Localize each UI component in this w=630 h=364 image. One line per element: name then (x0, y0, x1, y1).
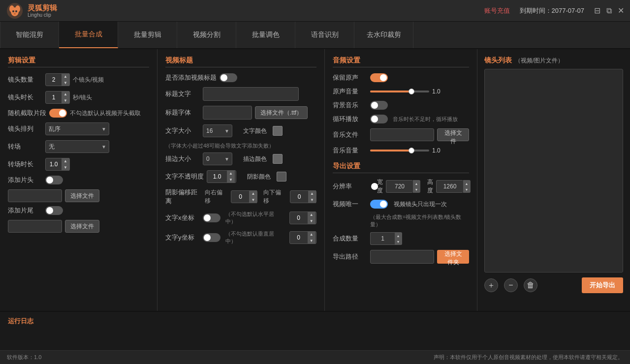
y-pos-down[interactable]: ▼ (308, 238, 315, 244)
x-pos-field[interactable] (290, 214, 308, 221)
opacity-input[interactable]: ▲ ▼ (207, 170, 236, 183)
maximize-button[interactable]: ⧉ (606, 7, 612, 15)
app-name: 灵狐剪辑 Linghu clip (28, 3, 57, 18)
tab-voice-recognition[interactable]: 语音识别 (295, 22, 354, 48)
original-volume-slider[interactable] (370, 91, 429, 92)
bg-music-row: 背景音乐 (333, 101, 469, 110)
unique-video-hint: 视频镜头只出现一次 (394, 200, 447, 209)
border-color-picker[interactable] (273, 154, 283, 164)
synthesis-down[interactable]: ▼ (395, 239, 402, 244)
width-down[interactable]: ▼ (413, 186, 420, 192)
tab-batch-color[interactable]: 批量调色 (236, 22, 295, 48)
transition-duration-label: 转场时长 (8, 160, 42, 169)
outro-select-file-btn[interactable]: 选择文件 (65, 220, 99, 233)
shot-count-field[interactable] (46, 76, 62, 83)
tab-batch-edit[interactable]: 批量剪辑 (118, 22, 177, 48)
shot-duration-up[interactable]: ▲ (62, 91, 69, 97)
opacity-down[interactable]: ▼ (227, 177, 235, 183)
y-pos-toggle[interactable] (203, 233, 220, 242)
bg-music-label: 背景音乐 (333, 101, 367, 110)
outro-file-row: 选择文件 (8, 220, 149, 233)
x-pos-up[interactable]: ▲ (308, 212, 315, 218)
delete-shot-btn[interactable]: 🗑 (524, 278, 537, 292)
remove-shot-btn[interactable]: − (504, 278, 518, 292)
intro-file-input[interactable] (8, 189, 62, 202)
y-pos-up[interactable]: ▲ (308, 231, 315, 238)
shot-duration-field[interactable] (46, 94, 62, 101)
close-button[interactable]: ✕ (618, 7, 624, 15)
add-title-toggle[interactable] (220, 73, 237, 82)
svg-point-5 (15, 10, 17, 12)
shadow-color-picker[interactable] (277, 172, 286, 182)
shot-count-input[interactable]: ▲ ▼ (45, 73, 70, 86)
height-down[interactable]: ▼ (463, 186, 470, 192)
transition-duration-field[interactable] (46, 161, 62, 168)
tab-watermark-crop[interactable]: 去水印裁剪 (354, 22, 413, 48)
tab-batch-compose[interactable]: 批量合成 (59, 22, 118, 48)
title-font-row: 标题字体 选择文件（.ttf） (165, 106, 316, 120)
loop-toggle[interactable] (370, 115, 388, 123)
title-font-input[interactable] (203, 106, 252, 120)
shot-duration-down[interactable]: ▼ (62, 97, 69, 104)
account-link[interactable]: 账号充值 (484, 6, 510, 15)
font-size-select[interactable]: 16 12 20 24 32 48 (203, 124, 232, 137)
shot-order-select[interactable]: 乱序 顺序 (45, 122, 109, 135)
font-color-picker[interactable] (273, 126, 283, 136)
tab-video-split[interactable]: 视频分割 (177, 22, 236, 48)
shadow-down-input[interactable]: ▲ ▼ (290, 190, 316, 203)
unique-video-toggle[interactable] (370, 200, 388, 209)
shot-duration-input[interactable]: ▲ ▼ (45, 91, 70, 104)
y-pos-input[interactable]: ▲ ▼ (289, 231, 316, 244)
outro-file-input[interactable] (8, 220, 62, 233)
start-export-btn[interactable]: 开始导出 (582, 277, 623, 293)
transition-select[interactable]: 无 淡入淡出 (45, 140, 109, 153)
shot-count-down[interactable]: ▼ (62, 80, 69, 86)
shot-count-up[interactable]: ▲ (62, 73, 69, 80)
status-notice: 声明：本软件仅用于个人原创音视频素材的处理，使用本软件请遵守相关规定。 (434, 354, 623, 361)
x-pos-arrows: ▲ ▼ (308, 212, 315, 224)
shadow-down-up[interactable]: ▲ (308, 190, 316, 197)
add-intro-toggle[interactable] (45, 176, 63, 184)
transition-duration-down[interactable]: ▼ (62, 164, 69, 171)
shot-order-row: 镜头排列 乱序 顺序 ▼ (8, 122, 149, 135)
shadow-down-field[interactable] (290, 193, 308, 200)
height-input[interactable] (436, 180, 463, 193)
bg-music-toggle[interactable] (370, 101, 388, 110)
shadow-right-down[interactable]: ▼ (249, 197, 257, 203)
x-pos-toggle[interactable] (203, 213, 220, 222)
music-volume-slider[interactable] (370, 150, 429, 152)
minimize-button[interactable]: ⊟ (594, 7, 600, 15)
select-music-btn[interactable]: 选择文件 (437, 128, 469, 141)
music-file-input[interactable] (370, 128, 434, 141)
opacity-up[interactable]: ▲ (227, 170, 235, 177)
width-up[interactable]: ▲ (413, 181, 420, 186)
x-pos-input[interactable]: ▲ ▼ (289, 212, 316, 224)
random-cut-row: 随机截取片段 不勾选默认从视频开头截取 (8, 109, 149, 118)
title-text-input[interactable] (203, 87, 299, 101)
shadow-right-input[interactable]: ▲ ▼ (231, 190, 257, 203)
edit-settings-title: 剪辑设置 (8, 56, 149, 67)
height-up[interactable]: ▲ (463, 181, 470, 186)
x-pos-down[interactable]: ▼ (308, 218, 315, 224)
intro-select-file-btn[interactable]: 选择文件 (65, 189, 99, 202)
shadow-right-field[interactable] (231, 193, 249, 200)
add-title-row: 是否添加视频标题 (165, 73, 316, 82)
transition-duration-input[interactable]: ▲ ▼ (45, 158, 70, 171)
keep-original-toggle[interactable] (370, 73, 388, 82)
tab-smart-mix[interactable]: 智能混剪 (0, 22, 59, 48)
select-folder-btn[interactable]: 选择文件夹 (437, 250, 469, 264)
shadow-down-down[interactable]: ▼ (308, 197, 316, 203)
border-size-select[interactable]: 0 1 2 (203, 152, 232, 165)
width-input[interactable] (386, 180, 413, 193)
synthesis-up[interactable]: ▲ (395, 233, 402, 239)
synthesis-count-input[interactable] (370, 232, 395, 245)
y-pos-field[interactable] (290, 234, 308, 241)
select-ttf-btn[interactable]: 选择文件（.ttf） (255, 106, 308, 119)
random-cut-toggle[interactable] (49, 109, 67, 118)
opacity-field[interactable] (207, 173, 227, 180)
add-outro-toggle[interactable] (45, 206, 63, 215)
add-shot-btn[interactable]: ＋ (484, 278, 498, 292)
export-path-input[interactable] (370, 250, 434, 264)
transition-duration-up[interactable]: ▲ (62, 158, 69, 164)
shadow-right-up[interactable]: ▲ (249, 190, 257, 197)
